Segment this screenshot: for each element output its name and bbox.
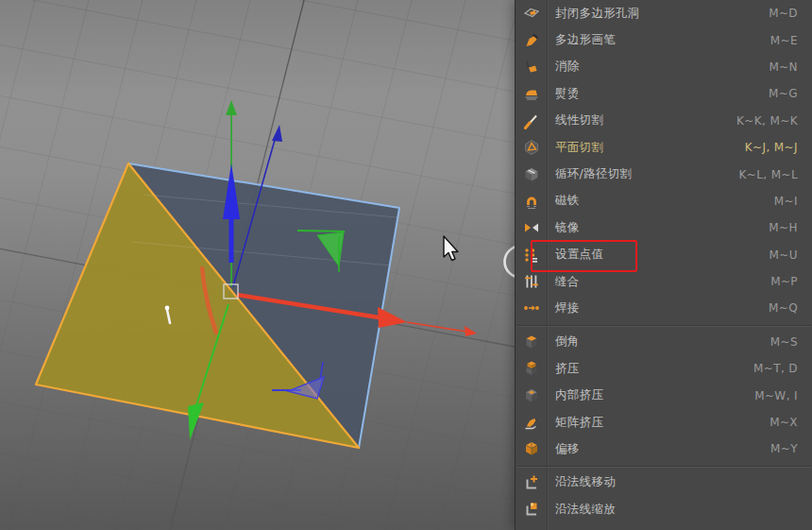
menu-item-label: 循环/路径切割: [547, 166, 738, 182]
menu-item-label: 消除: [547, 59, 769, 75]
menu-item-shortcut: M~W, I: [754, 389, 812, 402]
menu-item-shortcut: M~E: [770, 34, 812, 47]
menu-item-extrude[interactable]: 挤压M~T, D: [516, 355, 812, 382]
mouse-cursor: [444, 236, 458, 261]
menu-item-label: 沿法线移动: [547, 474, 798, 490]
close-polygon-hole-icon: [516, 5, 547, 22]
menu-item-shortcut: M~T, D: [753, 362, 812, 375]
offset-icon: [516, 440, 547, 457]
inner-extrude-icon: [516, 387, 547, 404]
menu-item-set-point-value[interactable]: 设置点值M~U: [516, 242, 812, 268]
menu-item-weld[interactable]: 焊接M~Q: [516, 295, 812, 321]
menu-item-shortcut: K~J, M~J: [745, 141, 812, 154]
matrix-extrude-icon: [516, 414, 547, 431]
axis-x-arrowhead[interactable]: [378, 307, 407, 328]
menu-item-move-along-normals[interactable]: 沿法线移动: [516, 470, 812, 496]
menu-item-shortcut: M~Y: [770, 442, 812, 455]
menu-item-iron[interactable]: 熨烫M~G: [516, 80, 812, 107]
set-point-value-icon: [516, 247, 547, 264]
menu-item-plane-cut[interactable]: 平面切割K~J, M~J: [516, 134, 812, 161]
magnet-icon: [516, 193, 547, 210]
menu-item-label: 多边形画笔: [547, 32, 770, 48]
mirror-icon: [516, 219, 547, 236]
menu-item-shortcut: M~D: [769, 7, 812, 20]
menu-item-label: 倒角: [547, 333, 770, 350]
menu-item-line-cut[interactable]: 线性切割K~K, M~K: [516, 108, 812, 134]
menu-item-shortcut: K~L, M~L: [738, 168, 812, 181]
menu-item-magnet[interactable]: 磁铁M~I: [516, 188, 812, 214]
menu-item-shortcut: M~G: [769, 87, 812, 100]
menu-item-shortcut: M~U: [770, 248, 812, 262]
menu-item-label: 封闭多边形孔洞: [547, 6, 769, 22]
menu-item-label: 线性切割: [547, 112, 736, 128]
menu-item-dissolve[interactable]: 消除M~N: [516, 54, 812, 80]
menu-item-matrix-extrude[interactable]: 矩阵挤压M~X: [516, 409, 812, 436]
axis-y-up-arrowhead: [226, 100, 237, 115]
weld-icon: [516, 299, 547, 316]
context-menu[interactable]: 封闭多边形孔洞M~D多边形画笔M~E消除M~N熨烫M~G线性切割K~K, M~K…: [515, 0, 812, 530]
menu-item-label: 挤压: [547, 361, 753, 377]
menu-item-label: 缝合: [547, 274, 770, 290]
menu-item-offset[interactable]: 偏移M~Y: [516, 436, 812, 462]
extrude-icon: [516, 360, 547, 377]
menu-item-close-polygon-hole[interactable]: 封闭多边形孔洞M~D: [516, 0, 812, 26]
bevel-icon: [516, 333, 547, 350]
menu-item-stitch[interactable]: 缝合M~P: [516, 268, 812, 295]
axis-y-arrowhead[interactable]: [188, 402, 204, 440]
line-cut-icon: [516, 112, 547, 129]
axis-x-far-arrowhead: [465, 326, 477, 336]
menu-item-shortcut: M~Q: [769, 301, 812, 315]
menu-item-label: 熨烫: [547, 86, 769, 102]
menu-item-label: 偏移: [547, 441, 770, 457]
menu-item-bevel[interactable]: 倒角M~S: [516, 329, 812, 355]
menu-item-shortcut: M~P: [770, 275, 812, 288]
menu-separator: [516, 322, 812, 329]
menu-item-mirror[interactable]: 镜像M~H: [516, 214, 812, 241]
menu-item-shortcut: M~I: [774, 195, 812, 208]
menu-item-loop-path-cut[interactable]: 循环/路径切割K~L, M~L: [516, 161, 812, 187]
menu-item-label: 沿法线缩放: [547, 502, 798, 518]
menu-item-label: 磁铁: [547, 193, 774, 209]
grid-line: [0, 0, 35, 530]
menu-item-label: 内部挤压: [547, 387, 754, 403]
move-along-normals-icon: [516, 474, 547, 491]
loop-path-cut-icon: [516, 166, 547, 183]
axis-z-far-arrowhead: [272, 125, 282, 142]
menu-item-label: 焊接: [547, 300, 769, 316]
menu-item-shortcut: M~X: [770, 416, 812, 429]
menu-item-label: 设置点值: [547, 247, 770, 263]
polygon-pen-icon: [516, 32, 547, 49]
menu-item-scale-along-normals[interactable]: 沿法线缩放: [516, 496, 812, 522]
menu-item-label: 矩阵挤压: [547, 415, 770, 431]
plane-cut-icon: [516, 139, 547, 156]
menu-item-shortcut: M~N: [769, 60, 812, 74]
menu-item-shortcut: M~S: [770, 335, 812, 349]
menu-item-label: 镜像: [547, 220, 769, 236]
dissolve-icon: [516, 59, 547, 76]
stitch-icon: [516, 273, 547, 290]
menu-item-shortcut: K~K, M~K: [736, 114, 812, 128]
menu-separator: [516, 463, 812, 470]
scale-along-normals-icon: [516, 501, 547, 518]
cinema4d-window: 封闭多边形孔洞M~D多边形画笔M~E消除M~N熨烫M~G线性切割K~K, M~K…: [0, 0, 812, 530]
menu-item-polygon-pen[interactable]: 多边形画笔M~E: [516, 26, 812, 53]
menu-item-shortcut: M~H: [769, 221, 812, 234]
iron-icon: [516, 85, 547, 102]
menu-item-inner-extrude[interactable]: 内部挤压M~W, I: [516, 382, 812, 408]
menu-item-label: 平面切割: [547, 140, 745, 156]
